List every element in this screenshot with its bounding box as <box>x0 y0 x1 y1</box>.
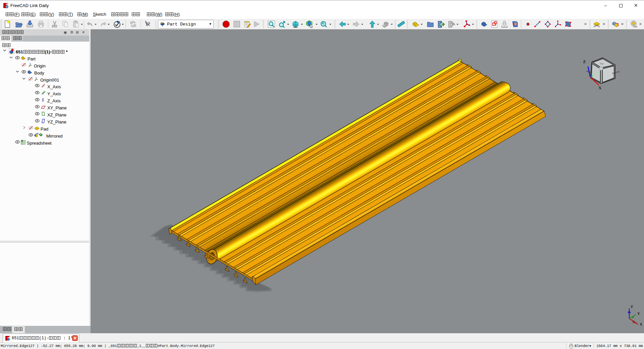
svg-text:X: X <box>598 85 602 90</box>
svg-text:Y: Y <box>637 311 640 315</box>
svg-text:?: ? <box>148 21 150 27</box>
svg-text:Z: Z <box>583 59 586 64</box>
svg-text:Z: Z <box>631 304 633 308</box>
svg-text:X: X <box>640 322 642 326</box>
